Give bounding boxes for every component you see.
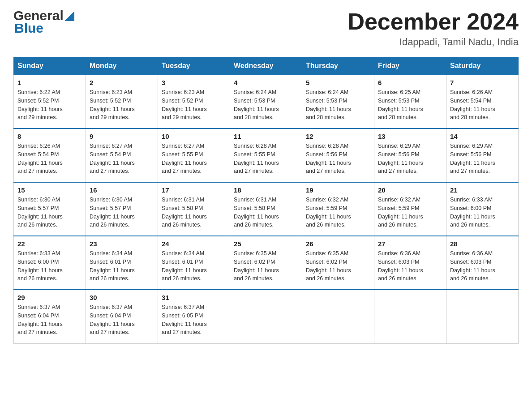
day-number: 7 (450, 79, 515, 86)
calendar-day-4: 4Sunrise: 6:24 AM Sunset: 5:53 PM Daylig… (230, 75, 302, 128)
logo-triangle-icon (64, 11, 74, 21)
day-info: Sunrise: 6:26 AM Sunset: 5:54 PM Dayligh… (17, 142, 82, 176)
calendar-day-5: 5Sunrise: 6:24 AM Sunset: 5:53 PM Daylig… (302, 75, 374, 128)
day-number: 12 (306, 133, 370, 140)
day-number: 10 (162, 133, 226, 140)
day-info: Sunrise: 6:33 AM Sunset: 6:00 PM Dayligh… (450, 196, 515, 229)
day-number: 28 (450, 240, 515, 248)
day-info: Sunrise: 6:37 AM Sunset: 6:05 PM Dayligh… (162, 303, 226, 337)
calendar-empty (446, 290, 519, 343)
day-info: Sunrise: 6:29 AM Sunset: 5:56 PM Dayligh… (378, 142, 442, 176)
day-number: 15 (17, 186, 82, 194)
calendar-day-2: 2Sunrise: 6:23 AM Sunset: 5:52 PM Daylig… (86, 75, 158, 128)
calendar-day-8: 8Sunrise: 6:26 AM Sunset: 5:54 PM Daylig… (14, 128, 86, 182)
day-info: Sunrise: 6:36 AM Sunset: 6:03 PM Dayligh… (450, 249, 515, 283)
day-number: 13 (378, 133, 442, 140)
day-info: Sunrise: 6:35 AM Sunset: 6:02 PM Dayligh… (234, 249, 298, 283)
calendar-day-1: 1Sunrise: 6:22 AM Sunset: 5:52 PM Daylig… (14, 75, 86, 128)
calendar-day-12: 12Sunrise: 6:28 AM Sunset: 5:56 PM Dayli… (302, 128, 374, 182)
day-number: 11 (234, 133, 298, 140)
calendar-week-2: 8Sunrise: 6:26 AM Sunset: 5:54 PM Daylig… (14, 128, 519, 182)
day-info: Sunrise: 6:37 AM Sunset: 6:04 PM Dayligh… (17, 303, 82, 337)
header-thursday: Thursday (302, 57, 374, 75)
calendar-day-19: 19Sunrise: 6:32 AM Sunset: 5:59 PM Dayli… (302, 182, 374, 236)
day-info: Sunrise: 6:23 AM Sunset: 5:52 PM Dayligh… (90, 88, 154, 122)
day-number: 20 (378, 186, 442, 194)
day-number: 29 (17, 294, 82, 301)
calendar-empty (230, 290, 302, 343)
header-sunday: Sunday (14, 57, 86, 75)
day-number: 30 (90, 294, 154, 301)
day-info: Sunrise: 6:30 AM Sunset: 5:57 PM Dayligh… (17, 196, 82, 229)
day-number: 16 (90, 186, 154, 194)
calendar-day-27: 27Sunrise: 6:36 AM Sunset: 6:03 PM Dayli… (374, 236, 446, 290)
calendar-week-3: 15Sunrise: 6:30 AM Sunset: 5:57 PM Dayli… (14, 182, 519, 236)
day-info: Sunrise: 6:26 AM Sunset: 5:54 PM Dayligh… (450, 88, 515, 122)
calendar-day-23: 23Sunrise: 6:34 AM Sunset: 6:01 PM Dayli… (86, 236, 158, 290)
calendar-empty (302, 290, 374, 343)
day-number: 3 (162, 79, 226, 86)
day-info: Sunrise: 6:28 AM Sunset: 5:55 PM Dayligh… (234, 142, 298, 176)
day-number: 2 (90, 79, 154, 86)
day-info: Sunrise: 6:24 AM Sunset: 5:53 PM Dayligh… (306, 88, 370, 122)
day-info: Sunrise: 6:33 AM Sunset: 6:00 PM Dayligh… (17, 249, 82, 283)
day-number: 14 (450, 133, 515, 140)
calendar-day-6: 6Sunrise: 6:25 AM Sunset: 5:53 PM Daylig… (374, 75, 446, 128)
calendar-day-20: 20Sunrise: 6:32 AM Sunset: 5:59 PM Dayli… (374, 182, 446, 236)
calendar-day-30: 30Sunrise: 6:37 AM Sunset: 6:04 PM Dayli… (86, 290, 158, 343)
day-number: 26 (306, 240, 370, 248)
day-info: Sunrise: 6:25 AM Sunset: 5:53 PM Dayligh… (378, 88, 442, 122)
calendar-day-25: 25Sunrise: 6:35 AM Sunset: 6:02 PM Dayli… (230, 236, 302, 290)
calendar-day-13: 13Sunrise: 6:29 AM Sunset: 5:56 PM Dayli… (374, 128, 446, 182)
logo: General Blue (13, 9, 74, 36)
title-block: December 2024 Idappadi, Tamil Nadu, Indi… (348, 9, 519, 48)
calendar-day-14: 14Sunrise: 6:29 AM Sunset: 5:56 PM Dayli… (446, 128, 519, 182)
calendar-day-28: 28Sunrise: 6:36 AM Sunset: 6:03 PM Dayli… (446, 236, 519, 290)
day-info: Sunrise: 6:31 AM Sunset: 5:58 PM Dayligh… (234, 196, 298, 229)
calendar-day-24: 24Sunrise: 6:34 AM Sunset: 6:01 PM Dayli… (158, 236, 230, 290)
calendar-day-18: 18Sunrise: 6:31 AM Sunset: 5:58 PM Dayli… (230, 182, 302, 236)
calendar-header-row: SundayMondayTuesdayWednesdayThursdayFrid… (14, 57, 519, 75)
header-wednesday: Wednesday (230, 57, 302, 75)
day-number: 25 (234, 240, 298, 248)
day-number: 22 (17, 240, 82, 248)
calendar-week-1: 1Sunrise: 6:22 AM Sunset: 5:52 PM Daylig… (14, 75, 519, 128)
day-info: Sunrise: 6:27 AM Sunset: 5:55 PM Dayligh… (162, 142, 226, 176)
calendar-day-21: 21Sunrise: 6:33 AM Sunset: 6:00 PM Dayli… (446, 182, 519, 236)
day-info: Sunrise: 6:24 AM Sunset: 5:53 PM Dayligh… (234, 88, 298, 122)
day-number: 17 (162, 186, 226, 194)
header-friday: Friday (374, 57, 446, 75)
day-info: Sunrise: 6:32 AM Sunset: 5:59 PM Dayligh… (306, 196, 370, 229)
day-info: Sunrise: 6:36 AM Sunset: 6:03 PM Dayligh… (378, 249, 442, 283)
day-number: 24 (162, 240, 226, 248)
day-number: 18 (234, 186, 298, 194)
day-number: 4 (234, 79, 298, 86)
calendar-empty (374, 290, 446, 343)
location-title: Idappadi, Tamil Nadu, India (348, 36, 519, 48)
day-number: 19 (306, 186, 370, 194)
header-monday: Monday (86, 57, 158, 75)
calendar-table: SundayMondayTuesdayWednesdayThursdayFrid… (13, 57, 519, 344)
day-info: Sunrise: 6:23 AM Sunset: 5:52 PM Dayligh… (162, 88, 226, 122)
calendar-day-15: 15Sunrise: 6:30 AM Sunset: 5:57 PM Dayli… (14, 182, 86, 236)
calendar-day-11: 11Sunrise: 6:28 AM Sunset: 5:55 PM Dayli… (230, 128, 302, 182)
day-number: 6 (378, 79, 442, 86)
day-number: 1 (17, 79, 82, 86)
calendar-day-9: 9Sunrise: 6:27 AM Sunset: 5:54 PM Daylig… (86, 128, 158, 182)
day-number: 23 (90, 240, 154, 248)
calendar-day-10: 10Sunrise: 6:27 AM Sunset: 5:55 PM Dayli… (158, 128, 230, 182)
calendar-day-16: 16Sunrise: 6:30 AM Sunset: 5:57 PM Dayli… (86, 182, 158, 236)
month-title: December 2024 (348, 9, 519, 34)
calendar-week-4: 22Sunrise: 6:33 AM Sunset: 6:00 PM Dayli… (14, 236, 519, 290)
day-number: 9 (90, 133, 154, 140)
day-number: 8 (17, 133, 82, 140)
calendar-day-3: 3Sunrise: 6:23 AM Sunset: 5:52 PM Daylig… (158, 75, 230, 128)
calendar-week-5: 29Sunrise: 6:37 AM Sunset: 6:04 PM Dayli… (14, 290, 519, 343)
page-header: General Blue December 2024 Idappadi, Tam… (13, 9, 519, 48)
calendar-day-31: 31Sunrise: 6:37 AM Sunset: 6:05 PM Dayli… (158, 290, 230, 343)
day-info: Sunrise: 6:37 AM Sunset: 6:04 PM Dayligh… (90, 303, 154, 337)
day-info: Sunrise: 6:34 AM Sunset: 6:01 PM Dayligh… (162, 249, 226, 283)
day-info: Sunrise: 6:30 AM Sunset: 5:57 PM Dayligh… (90, 196, 154, 229)
day-info: Sunrise: 6:31 AM Sunset: 5:58 PM Dayligh… (162, 196, 226, 229)
day-number: 21 (450, 186, 515, 194)
